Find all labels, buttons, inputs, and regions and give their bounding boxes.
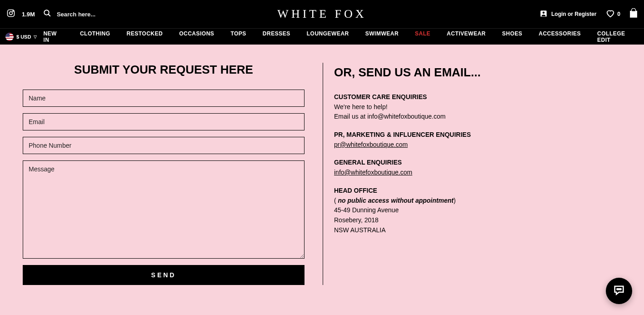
head-office-heading: HEAD OFFICE (334, 186, 621, 196)
customer-care-line2: Email us at info@whitefoxboutique.com (334, 112, 621, 122)
head-office-addr2: Rosebery, 2018 (334, 215, 621, 225)
customer-care-block: CUSTOMER CARE ENQUIRIES We're here to he… (334, 92, 621, 122)
name-field[interactable] (23, 90, 305, 107)
instagram-icon[interactable] (6, 9, 15, 20)
customer-care-line1: We're here to help! (334, 102, 621, 112)
search-wrap (43, 9, 148, 19)
message-field[interactable] (23, 160, 305, 259)
currency-label: $ USD (16, 34, 31, 40)
topbar-right: Login or Register 0 (539, 8, 638, 20)
svg-line-4 (48, 14, 50, 16)
svg-point-2 (13, 11, 14, 12)
main-content: SUBMIT YOUR REQUEST HERE SEND OR, SEND U… (0, 45, 644, 299)
nav-item-activewear[interactable]: ACTIVEWEAR (447, 30, 486, 43)
wishlist-count: 0 (617, 11, 620, 17)
head-office-note: ( no public access without appointment) (334, 196, 621, 206)
login-link[interactable]: Login or Register (539, 10, 596, 19)
phone-field[interactable] (23, 137, 305, 154)
svg-rect-7 (630, 11, 637, 18)
general-heading: GENERAL ENQUIRIES (334, 158, 621, 168)
topbar-left: 1.9M (6, 9, 148, 20)
svg-point-3 (44, 10, 49, 15)
nav-item-college-edit[interactable]: COLLEGE EDIT (597, 30, 639, 43)
nav-item-loungewear[interactable]: LOUNGEWEAR (307, 30, 349, 43)
general-block: GENERAL ENQUIRIES info@whitefoxboutique.… (334, 158, 621, 177)
follower-count: 1.9M (22, 11, 35, 18)
nav-item-occasions[interactable]: OCCASIONS (179, 30, 214, 43)
search-icon[interactable] (43, 9, 51, 19)
nav-item-clothing[interactable]: CLOTHING (80, 30, 110, 43)
flag-icon (5, 33, 14, 41)
heart-icon (605, 9, 615, 20)
bag-icon[interactable] (629, 8, 638, 20)
head-office-block: HEAD OFFICE ( no public access without a… (334, 186, 621, 235)
currency-selector[interactable]: $ USD ▽ (5, 33, 37, 41)
svg-point-8 (617, 289, 618, 290)
svg-point-6 (543, 11, 545, 14)
nav-bar: $ USD ▽ NEW INCLOTHINGRESTOCKEDOCCASIONS… (0, 28, 644, 45)
pr-block: PR, MARKETING & INFLUENCER ENQUIRIES pr@… (334, 130, 621, 150)
nav-item-dresses[interactable]: DRESSES (263, 30, 290, 43)
nav-item-restocked[interactable]: RESTOCKED (127, 30, 163, 43)
svg-point-10 (620, 289, 621, 290)
pr-heading: PR, MARKETING & INFLUENCER ENQUIRIES (334, 130, 621, 140)
head-office-addr3: NSW AUSTRALIA (334, 225, 621, 235)
email-info-column: OR, SEND US AN EMAIL... CUSTOMER CARE EN… (323, 63, 621, 285)
request-form-column: SUBMIT YOUR REQUEST HERE SEND (23, 63, 323, 285)
nav-item-accessories[interactable]: ACCESSORIES (539, 30, 581, 43)
form-title: SUBMIT YOUR REQUEST HERE (23, 63, 305, 77)
general-email-link[interactable]: info@whitefoxboutique.com (334, 169, 412, 176)
login-label: Login or Register (551, 11, 596, 17)
nav-item-tops[interactable]: TOPS (230, 30, 246, 43)
customer-care-heading: CUSTOMER CARE ENQUIRIES (334, 92, 621, 102)
svg-point-9 (619, 289, 619, 290)
nav-item-shoes[interactable]: SHOES (502, 30, 523, 43)
top-bar: 1.9M WHITE FOX Login or Register (0, 0, 644, 28)
svg-point-1 (10, 12, 13, 15)
wishlist[interactable]: 0 (605, 9, 620, 20)
nav-item-swimwear[interactable]: SWIMWEAR (365, 30, 399, 43)
user-icon (539, 10, 548, 19)
nav-links: NEW INCLOTHINGRESTOCKEDOCCASIONSTOPSDRES… (43, 30, 639, 43)
nav-item-new-in[interactable]: NEW IN (43, 30, 64, 43)
chat-icon (613, 284, 625, 298)
email-field[interactable] (23, 113, 305, 130)
head-office-addr1: 45-49 Dunning Avenue (334, 205, 621, 215)
pr-email-link[interactable]: pr@whitefoxboutique.com (334, 141, 408, 148)
email-title: OR, SEND US AN EMAIL... (334, 65, 621, 80)
nav-item-sale[interactable]: SALE (415, 30, 430, 43)
site-logo[interactable]: WHITE FOX (277, 7, 366, 21)
send-button[interactable]: SEND (23, 265, 305, 285)
chevron-down-icon: ▽ (34, 35, 37, 39)
search-input[interactable] (57, 11, 148, 18)
